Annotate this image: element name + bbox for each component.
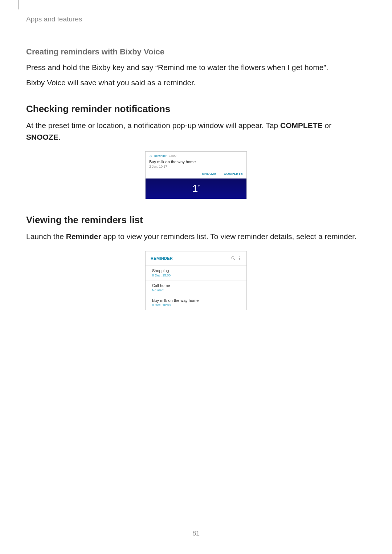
text-fragment: or [323,121,332,130]
degree-symbol: ° [198,184,200,189]
list-item[interactable]: Call home No alert [146,280,246,295]
text-fragment: At the preset time or location, a notifi… [26,121,280,130]
list-item[interactable]: Buy milk on the way home 8 Dec, 18:00 [146,295,246,310]
complete-button[interactable]: COMPLETE [224,172,243,176]
body-text: Launch the Reminder app to view your rem… [26,231,366,242]
bold-snooze: SNOOZE [26,133,58,141]
reminder-header-title: REMINDER [151,256,230,260]
notification-actions: SNOOZE COMPLETE [149,172,243,176]
notification-time: 15:00 [169,154,176,157]
svg-point-0 [232,257,234,259]
section-heading-list: Viewing the reminders list [26,214,366,226]
reminder-list-screenshot: REMINDER Shopping 8 Dec, 15:00 Call home… [145,251,247,310]
body-text: Bixby Voice will save what you said as a… [26,77,366,89]
more-icon[interactable] [236,257,243,260]
notification-app-name: Reminder [154,154,167,157]
notification-title: Buy milk on the way home [149,160,243,164]
body-text: At the preset time or location, a notifi… [26,120,366,143]
temp-number: 1 [192,183,198,194]
list-item-title: Buy milk on the way home [152,298,241,303]
list-item[interactable]: Shopping 8 Dec, 15:00 [146,266,246,280]
bold-reminder: Reminder [66,232,101,241]
list-item-title: Shopping [152,268,241,273]
notification-card: Reminder 15:00 Buy milk on the way home … [146,152,246,178]
snooze-button[interactable]: SNOOZE [202,172,217,176]
section-heading-notifications: Checking reminder notifications [26,103,366,115]
text-fragment: app to view your reminders list. To view… [101,232,356,241]
chapter-title: Apps and features [26,15,366,23]
weather-widget: 1° [146,178,246,199]
text-fragment: . [58,133,61,141]
text-fragment: Launch the [26,232,66,241]
list-item-subtitle: 8 Dec, 15:00 [152,274,241,277]
section-heading-bixby: Creating reminders with Bixby Voice [26,47,366,57]
notification-app-row: Reminder 15:00 [149,154,243,157]
notification-subtitle: 2 Jan, 10:17 [149,165,243,168]
page-content: Apps and features Creating reminders wit… [0,0,392,310]
temperature-value: 1° [192,183,200,194]
list-item-title: Call home [152,283,241,288]
svg-line-1 [234,259,235,260]
bold-complete: COMPLETE [280,121,323,130]
page-number: 81 [0,530,392,537]
reminder-list-header: REMINDER [146,251,246,266]
search-icon[interactable] [230,255,236,262]
list-item-subtitle: No alert [152,288,241,292]
body-text: Press and hold the Bixby key and say “Re… [26,62,366,73]
list-item-subtitle: 8 Dec, 18:00 [152,303,241,307]
crop-mark [18,0,19,9]
bell-icon [149,155,152,157]
notification-screenshot: Reminder 15:00 Buy milk on the way home … [145,151,247,199]
